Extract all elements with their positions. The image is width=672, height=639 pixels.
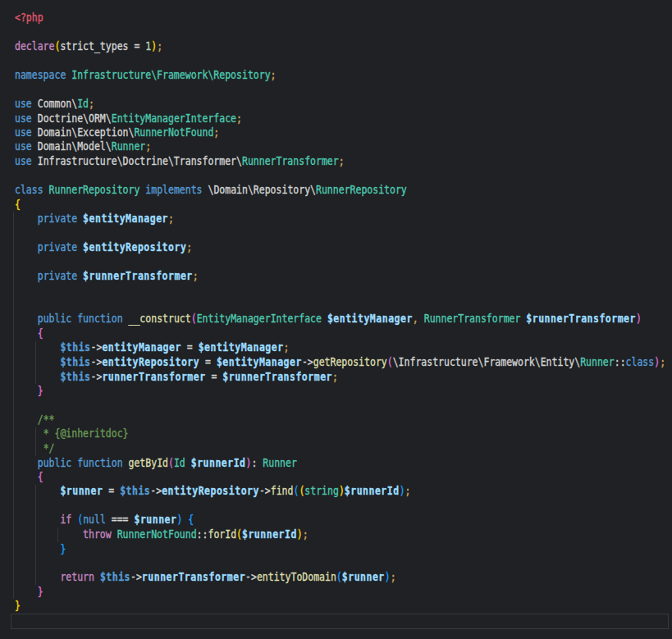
code-token-s: ; bbox=[303, 527, 309, 541]
code-token-p bbox=[15, 585, 38, 599]
code-line[interactable]: use Doctrine\ORM\EntityManagerInterface; bbox=[15, 111, 665, 125]
code-token-b3: { bbox=[188, 513, 194, 527]
code-token-p bbox=[15, 455, 38, 469]
code-token-v: $runnerTransformer bbox=[83, 269, 193, 283]
code-line[interactable]: $this->runnerTransformer = $runnerTransf… bbox=[15, 369, 665, 383]
code-token-k: implements bbox=[145, 183, 202, 197]
code-line[interactable] bbox=[15, 168, 665, 182]
code-line[interactable]: $runner = $this->entityRepository->find(… bbox=[15, 484, 665, 498]
code-token-b3: ) bbox=[400, 484, 405, 498]
code-line[interactable]: namespace Infrastructure\Framework\Repos… bbox=[15, 68, 665, 82]
code-token-s: ; bbox=[391, 570, 396, 584]
code-line[interactable]: public function getById(Id $runnerId): R… bbox=[15, 455, 665, 469]
code-line[interactable]: */ bbox=[15, 441, 665, 455]
code-token-k: use bbox=[15, 126, 32, 139]
code-line[interactable]: { bbox=[15, 197, 665, 211]
code-line[interactable]: } bbox=[15, 599, 665, 613]
code-line[interactable] bbox=[15, 298, 665, 312]
code-line[interactable]: } bbox=[15, 384, 665, 398]
code-line[interactable]: { bbox=[15, 470, 665, 484]
code-line[interactable]: private $entityManager; bbox=[15, 212, 665, 226]
code-token-b1: } bbox=[15, 599, 21, 613]
code-token-s: ; bbox=[660, 355, 665, 369]
code-line[interactable] bbox=[15, 283, 665, 297]
code-line[interactable]: } bbox=[15, 585, 665, 599]
code-token-p bbox=[185, 455, 191, 469]
code-token-v: $runnerId bbox=[345, 484, 400, 498]
code-token-p: -> bbox=[91, 355, 103, 369]
code-token-th: $this bbox=[120, 484, 150, 498]
code-token-c: declare bbox=[15, 39, 54, 53]
code-token-b1: ) bbox=[339, 484, 345, 498]
code-token-b2: ( bbox=[168, 455, 174, 469]
code-token-f: forId bbox=[208, 527, 236, 541]
code-token-p bbox=[15, 355, 60, 369]
code-token-p: Common\ bbox=[32, 97, 77, 111]
code-line[interactable]: <?php bbox=[15, 11, 665, 25]
code-line[interactable] bbox=[15, 254, 665, 268]
code-token-p: strict_types = bbox=[60, 39, 145, 53]
code-line[interactable]: return $this->runnerTransformer->entityT… bbox=[15, 570, 665, 584]
code-token-b3: ( bbox=[336, 570, 342, 584]
code-line[interactable]: declare(strict_types = 1); bbox=[15, 39, 665, 53]
code-line[interactable]: public function __construct(EntityManage… bbox=[15, 312, 665, 326]
code-line[interactable] bbox=[15, 398, 665, 412]
code-token-k: namespace bbox=[15, 68, 66, 82]
code-token-p: = bbox=[206, 369, 223, 383]
code-line[interactable]: use Domain\Exception\RunnerNotFound; bbox=[15, 126, 665, 139]
code-token-p bbox=[15, 340, 60, 354]
code-token-p bbox=[15, 470, 38, 484]
code-token-s: ; bbox=[186, 240, 192, 254]
code-line[interactable]: private $runnerTransformer; bbox=[15, 269, 665, 283]
code-line[interactable]: class RunnerRepository implements \Domai… bbox=[15, 183, 665, 197]
code-token-p bbox=[15, 570, 60, 584]
code-line[interactable]: { bbox=[15, 326, 665, 340]
code-token-p bbox=[15, 513, 60, 527]
code-token-p: :: bbox=[615, 355, 626, 369]
code-token-t: EntityManagerInterface bbox=[112, 111, 236, 125]
code-token-t: Infrastructure\Framework\Repository bbox=[71, 68, 270, 82]
code-line[interactable]: use Domain\Model\Runner; bbox=[15, 139, 665, 153]
code-line[interactable]: $this->entityManager = $entityManager; bbox=[15, 340, 665, 354]
code-token-cm: /** bbox=[38, 413, 55, 427]
code-token-s: ; bbox=[332, 369, 338, 383]
code-token-v: $runner bbox=[342, 570, 385, 584]
code-line[interactable]: use Infrastructure\Doctrine\Transformer\… bbox=[15, 154, 665, 168]
code-line[interactable]: * {@inheritdoc} bbox=[15, 427, 665, 440]
code-line[interactable]: /** bbox=[15, 413, 665, 427]
code-line[interactable] bbox=[15, 25, 665, 39]
code-line[interactable]: if (null === $runner) { bbox=[15, 513, 665, 527]
code-token-v: $runnerId bbox=[191, 455, 246, 469]
code-token-t: RunnerRepository bbox=[316, 183, 407, 197]
code-line[interactable] bbox=[15, 82, 665, 96]
code-token-p: -> bbox=[302, 355, 313, 369]
code-line[interactable] bbox=[15, 556, 665, 570]
code-line[interactable]: use Common\Id; bbox=[15, 97, 665, 111]
code-line[interactable]: } bbox=[15, 541, 665, 555]
code-token-p bbox=[15, 212, 38, 226]
code-token-v: $runner bbox=[60, 484, 103, 498]
code-line[interactable] bbox=[15, 499, 665, 513]
code-line[interactable] bbox=[15, 226, 665, 240]
code-token-t: Runner bbox=[580, 355, 615, 369]
code-line[interactable]: private $entityRepository; bbox=[15, 240, 665, 254]
code-token-b2: } bbox=[38, 585, 43, 599]
code-token-t: Runner bbox=[112, 139, 146, 153]
code-token-p: Infrastructure\Doctrine\Transformer\ bbox=[32, 154, 242, 168]
code-token-tag: <?php bbox=[15, 11, 43, 25]
code-token-b3: } bbox=[60, 541, 66, 555]
code-token-p: = bbox=[199, 355, 217, 369]
code-line[interactable]: $this->entityRepository = $entityManager… bbox=[15, 355, 665, 369]
code-token-cast: string bbox=[304, 484, 339, 498]
code-line[interactable]: throw RunnerNotFound::forId($runnerId); bbox=[15, 527, 665, 541]
code-token-th: $this bbox=[60, 340, 90, 354]
code-token-p: -> bbox=[150, 484, 162, 498]
code-token-t: RunnerTransformer bbox=[242, 154, 339, 168]
code-token-v: $runnerId bbox=[242, 527, 297, 541]
code-token-p bbox=[15, 312, 38, 326]
code-line[interactable] bbox=[15, 53, 665, 67]
code-token-k: private bbox=[38, 269, 77, 283]
code-editor[interactable]: <?phpdeclare(strict_types = 1);namespace… bbox=[15, 11, 665, 614]
code-token-k: private bbox=[38, 212, 77, 226]
code-token-k: function bbox=[77, 455, 122, 469]
